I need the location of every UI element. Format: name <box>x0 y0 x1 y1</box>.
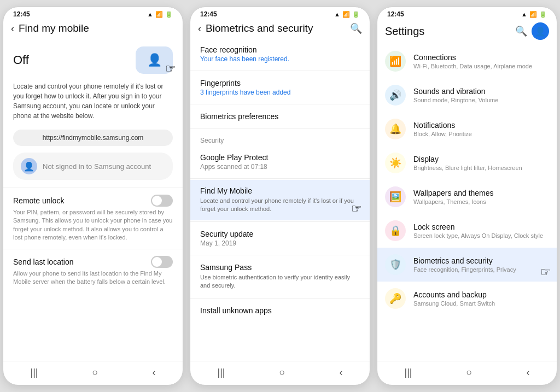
sounds-item[interactable]: 🔊 Sounds and vibration Sound mode, Ringt… <box>377 78 557 112</box>
google-play-title: Google Play Protect <box>200 153 360 162</box>
status-bar-1: 12:45 ▲ 📶 🔋 <box>3 7 183 19</box>
install-unknown-item[interactable]: Install unknown apps <box>190 300 370 321</box>
content-1: Off 👤 ☞ Locate and control your phone re… <box>3 39 183 361</box>
find-my-mobile-desc: Locate and control your phone remotely i… <box>3 77 183 127</box>
status-icons-3: ▲ 📶 🔋 <box>521 11 547 18</box>
accounts-sub: Samsung Cloud, Smart Switch <box>413 300 549 307</box>
bottom-nav-2: ||| ○ ‹ <box>190 361 370 385</box>
face-recognition-sub: Your face has been registered. <box>200 55 360 63</box>
accounts-text: Accounts and backup Samsung Cloud, Smart… <box>413 290 549 307</box>
cursor-icon-2: ☞ <box>351 202 362 216</box>
lock-screen-sub: Screen lock type, Always On Display, Clo… <box>413 232 549 239</box>
divider-p2-2 <box>190 104 370 104</box>
install-unknown-title: Install unknown apps <box>200 306 360 315</box>
divider-p2-4 <box>190 178 370 179</box>
samsung-pass-desc: Use biometric authentication to verify y… <box>200 273 360 290</box>
biometrics-text: Biometrics and security Face recognition… <box>413 256 549 273</box>
samsung-pass-item[interactable]: Samsung Pass Use biometric authenticatio… <box>190 256 370 297</box>
connections-item[interactable]: 📶 Connections Wi-Fi, Bluetooth, Data usa… <box>377 44 557 78</box>
header-2: ‹ Biometrics and security 🔍 <box>190 19 370 39</box>
biometrics-settings-icon: 🛡️ <box>385 254 406 275</box>
wallpapers-sub: Wallpapers, Themes, Icons <box>413 198 549 205</box>
nav-back-2[interactable]: ‹ <box>339 367 342 378</box>
nav-back-1[interactable]: ‹ <box>152 367 155 378</box>
nav-menu-1[interactable]: ||| <box>31 367 38 378</box>
divider-1 <box>3 188 183 188</box>
user-avatar[interactable]: 👤 <box>532 22 549 40</box>
status-icons-1: ▲ 📶 🔋 <box>147 11 173 18</box>
status-bar-2: 12:45 ▲ 📶 🔋 <box>190 7 370 19</box>
page-title-1: Find my mobile <box>19 22 175 34</box>
account-row[interactable]: 👤 Not signed in to Samsung account <box>13 153 173 180</box>
samsung-pass-title: Samsung Pass <box>200 263 360 272</box>
face-recognition-item[interactable]: Face recognition Your face has been regi… <box>190 39 370 69</box>
send-last-row[interactable]: Send last location Allow your phone to s… <box>3 250 183 292</box>
back-button-2[interactable]: ‹ <box>198 23 201 34</box>
remote-unlock-row[interactable]: Remote unlock Your PIN, pattern, or pass… <box>3 189 183 248</box>
nav-home-1[interactable]: ○ <box>92 367 98 378</box>
find-my-mobile-item-desc: Locate and control your phone remotely i… <box>200 197 360 214</box>
samsung-url[interactable]: https://findmymobile.samsung.com <box>13 130 173 146</box>
fingerprints-title: Fingerprints <box>200 79 360 87</box>
wallpapers-item[interactable]: 🖼️ Wallpapers and themes Wallpapers, The… <box>377 180 557 214</box>
account-text: Not signed in to Samsung account <box>43 162 151 171</box>
divider-p2-5 <box>190 221 370 222</box>
time-2: 12:45 <box>200 10 217 18</box>
back-button-1[interactable]: ‹ <box>11 23 14 34</box>
remote-unlock-desc: Your PIN, pattern, or password will be s… <box>13 208 173 242</box>
nav-menu-3[interactable]: ||| <box>405 367 412 378</box>
toggle-section: Off 👤 ☞ <box>3 39 183 77</box>
phone-panel-3: 12:45 ▲ 📶 🔋 Settings 🔍 👤 📶 Connections W… <box>377 7 557 385</box>
biometrics-item[interactable]: 🛡️ Biometrics and security Face recognit… <box>377 248 557 282</box>
display-title: Display <box>413 155 549 163</box>
accounts-settings-icon: 🔑 <box>385 288 406 309</box>
nav-menu-2[interactable]: ||| <box>218 367 225 378</box>
google-play-sub: Apps scanned at 07:18 <box>200 163 360 171</box>
content-3: 📶 Connections Wi-Fi, Bluetooth, Data usa… <box>377 44 557 361</box>
connections-title: Connections <box>413 53 549 62</box>
security-update-title: Security update <box>200 230 360 238</box>
lock-screen-item[interactable]: 🔒 Lock screen Screen lock type, Always O… <box>377 214 557 248</box>
lock-settings-icon: 🔒 <box>385 220 406 241</box>
header-3: Settings 🔍 👤 <box>377 19 557 44</box>
fingerprints-item[interactable]: Fingerprints 3 fingerprints have been ad… <box>190 72 370 103</box>
fingerprints-sub: 3 fingerprints have been added <box>200 89 360 96</box>
nav-home-2[interactable]: ○ <box>279 367 285 378</box>
account-icon: 👤 <box>21 158 37 174</box>
biometrics-prefs-item[interactable]: Biometrics preferences <box>190 106 370 127</box>
signal-icon-3: 📶 <box>529 11 537 18</box>
find-my-mobile-title: Find My Mobile <box>200 186 360 195</box>
notif-settings-icon: 🔔 <box>385 119 406 139</box>
nav-back-3[interactable]: ‹ <box>526 367 529 378</box>
notifications-text: Notifications Block, Allow, Prioritize <box>413 121 549 137</box>
sounds-text: Sounds and vibration Sound mode, Rington… <box>413 87 549 103</box>
remote-unlock-title: Remote unlock <box>13 196 64 205</box>
wifi-icon-2: ▲ <box>334 11 340 17</box>
search-icon-3[interactable]: 🔍 <box>515 25 527 37</box>
find-my-mobile-item[interactable]: Find My Mobile Locate and control your p… <box>190 180 370 220</box>
divider-p2-3 <box>190 128 370 129</box>
wallpapers-text: Wallpapers and themes Wallpapers, Themes… <box>413 189 549 205</box>
security-update-sub: May 1, 2019 <box>200 239 360 247</box>
page-title-3: Settings <box>385 25 511 38</box>
nav-home-3[interactable]: ○ <box>466 367 472 378</box>
notifications-sub: Block, Allow, Prioritize <box>413 131 549 137</box>
search-icon-2[interactable]: 🔍 <box>350 22 362 34</box>
time-3: 12:45 <box>387 10 404 18</box>
status-bar-3: 12:45 ▲ 📶 🔋 <box>377 7 557 19</box>
notifications-item[interactable]: 🔔 Notifications Block, Allow, Prioritize <box>377 112 557 146</box>
accounts-item[interactable]: 🔑 Accounts and backup Samsung Cloud, Sma… <box>377 282 557 315</box>
notifications-title: Notifications <box>413 121 549 130</box>
google-play-item[interactable]: Google Play Protect Apps scanned at 07:1… <box>190 147 370 177</box>
send-last-toggle[interactable] <box>151 256 173 268</box>
wallpaper-settings-icon: 🖼️ <box>385 186 406 207</box>
connections-text: Connections Wi-Fi, Bluetooth, Data usage… <box>413 53 549 69</box>
display-item[interactable]: ☀️ Display Brightness, Blure light filte… <box>377 146 557 180</box>
battery-icon-2: 🔋 <box>352 11 360 18</box>
sounds-title: Sounds and vibration <box>413 87 549 96</box>
time-1: 12:45 <box>13 10 30 18</box>
accounts-title: Accounts and backup <box>413 290 549 299</box>
remote-unlock-toggle[interactable] <box>151 195 173 207</box>
security-update-item[interactable]: Security update May 1, 2019 <box>190 223 370 254</box>
toggle-control[interactable]: 👤 ☞ <box>136 46 173 74</box>
